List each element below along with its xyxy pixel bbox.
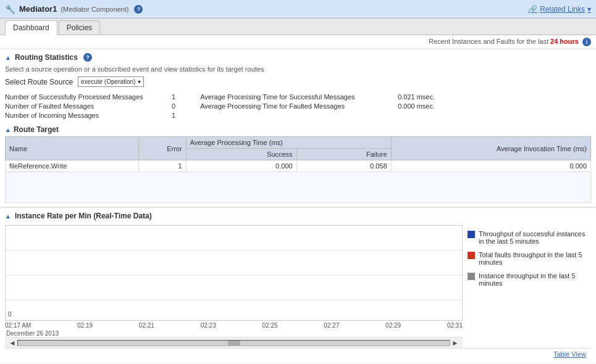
- scroll-left-arrow[interactable]: ◄: [7, 339, 17, 347]
- stats-right: Average Processing Time for Successful M…: [200, 93, 435, 119]
- stat-label-0: Number of Successfully Processed Message…: [5, 93, 159, 101]
- recent-info-icon[interactable]: i: [582, 38, 591, 46]
- title-help-icon[interactable]: ?: [134, 5, 143, 14]
- app-header: 🔧 Mediator1 (Mediator Component) ? 🔗 Rel…: [0, 0, 596, 19]
- tab-dashboard[interactable]: Dashboard: [5, 20, 57, 35]
- col-success: Success: [186, 149, 296, 160]
- legend-color-0: [468, 231, 475, 238]
- routing-description: Select a source operation or a subscribe…: [5, 65, 591, 73]
- x-label-1: 02:19: [77, 322, 93, 329]
- stat-label-1: Number of Faulted Messages: [5, 102, 159, 110]
- route-source-select[interactable]: execute (Operation) ▾: [78, 77, 144, 87]
- recent-hours: 24 hours: [550, 38, 579, 45]
- instance-rate-collapse-icon[interactable]: ▲: [5, 213, 11, 220]
- route-source-arrow: ▾: [138, 78, 141, 85]
- stat-value-2: 1: [172, 112, 175, 119]
- legend-color-1: [468, 252, 475, 259]
- recent-prefix: Recent Instances and Faults for the last: [429, 38, 548, 45]
- chart-with-axis: 0 02:17 AM 02:19 02:21 02:23 02:25 02:27…: [5, 225, 463, 348]
- stat-right-value-1: 0.000 msec.: [398, 102, 435, 110]
- stat-right-label-0: Average Processing Time for Successful M…: [200, 93, 385, 101]
- stat-right-row-0: Average Processing Time for Successful M…: [200, 93, 435, 101]
- stat-right-label-1: Average Processing Time for Faulted Mess…: [200, 102, 385, 110]
- stat-row-1: Number of Faulted Messages 0: [5, 102, 175, 110]
- scroll-right-arrow[interactable]: ►: [450, 339, 460, 347]
- x-label-2: 02:21: [139, 322, 154, 329]
- stat-value-0: 1: [172, 93, 175, 101]
- routing-collapse-icon[interactable]: ▲: [5, 54, 11, 61]
- x-label-3: 02:23: [201, 322, 216, 329]
- route-target-collapse-icon[interactable]: ▲: [5, 126, 11, 133]
- stat-right-row-1: Average Processing Time for Faulted Mess…: [200, 102, 435, 110]
- legend-item-0: Throughput of successful instances in th…: [468, 230, 591, 245]
- legend-label-0: Throughput of successful instances in th…: [479, 230, 591, 245]
- stat-row-2: Number of Incoming Messages 1: [5, 112, 175, 119]
- tab-policies[interactable]: Policies: [59, 20, 100, 35]
- stat-label-2: Number of Incoming Messages: [5, 112, 159, 119]
- table-row-empty: [6, 172, 591, 203]
- legend-item-1: Total faults throughput in the last 5 mi…: [468, 251, 591, 266]
- stats-container: Number of Successfully Processed Message…: [5, 93, 591, 119]
- chart-date-label: December 26 2013: [5, 330, 463, 337]
- routing-statistics-title: Routing Statistics: [15, 53, 78, 62]
- col-failure: Failure: [296, 149, 391, 160]
- scroll-thumb[interactable]: [228, 341, 240, 345]
- app-title: Mediator1: [19, 4, 57, 14]
- x-label-6: 02:29: [385, 322, 401, 329]
- x-label-5: 02:27: [324, 322, 339, 329]
- link-icon: 🔗: [528, 5, 537, 14]
- scrollbar-area[interactable]: ◄ ►: [5, 337, 463, 348]
- legend-item-2: Instance throughput in the last 5 minute…: [468, 272, 591, 287]
- stat-right-value-0: 0.021 msec.: [398, 93, 435, 101]
- routing-statistics-section: ▲ Routing Statistics ? Select a source o…: [0, 49, 596, 207]
- chart-svg: [6, 226, 462, 320]
- legend-label-2: Instance throughput in the last 5 minute…: [479, 272, 591, 287]
- x-label-7: 02:31: [447, 322, 463, 329]
- legend-label-1: Total faults throughput in the last 5 mi…: [479, 251, 591, 266]
- app-subtitle: (Mediator Component): [61, 6, 128, 13]
- mediator-icon: 🔧: [5, 4, 15, 14]
- legend-color-2: [468, 273, 475, 280]
- row-success: 0.000: [186, 160, 296, 172]
- routing-help-icon[interactable]: ?: [83, 53, 92, 62]
- chart-legend: Throughput of successful instances in th…: [468, 225, 591, 348]
- main-content: Recent Instances and Faults for the last…: [0, 35, 596, 363]
- row-error: 1: [139, 160, 186, 172]
- recent-instances-bar: Recent Instances and Faults for the last…: [0, 35, 596, 49]
- table-row: fileReference.Write 1 0.000 0.058 0.000: [6, 160, 591, 172]
- stats-left: Number of Successfully Processed Message…: [5, 93, 175, 119]
- col-avg-invocation: Average Invocation Time (ms): [391, 137, 590, 160]
- instance-rate-header: ▲ Instance Rate per Min (Real-Time Data): [5, 212, 591, 220]
- route-source-label: Select Route Source: [5, 78, 73, 86]
- header-left: 🔧 Mediator1 (Mediator Component) ?: [5, 4, 143, 14]
- row-failure: 0.058: [296, 160, 391, 172]
- x-label-4: 02:25: [262, 322, 277, 329]
- related-links-button[interactable]: 🔗 Related Links ▾: [528, 5, 591, 14]
- instance-rate-section: ▲ Instance Rate per Min (Real-Time Data)…: [0, 207, 596, 363]
- chart-container: 0 02:17 AM 02:19 02:21 02:23 02:25 02:27…: [5, 225, 591, 348]
- related-links-label: Related Links: [540, 5, 585, 14]
- related-links-chevron: ▾: [587, 5, 591, 14]
- y-axis-min: 0: [8, 311, 12, 318]
- stat-row-0: Number of Successfully Processed Message…: [5, 93, 175, 101]
- route-target-title: Route Target: [14, 125, 59, 134]
- tab-bar: Dashboard Policies: [0, 19, 596, 35]
- col-avg-processing-group: Average Processing Time (ms): [186, 137, 391, 149]
- routing-statistics-header: ▲ Routing Statistics ?: [5, 53, 591, 62]
- col-error: Error: [139, 137, 186, 160]
- x-label-0: 02:17 AM: [5, 322, 31, 329]
- x-axis-labels: 02:17 AM 02:19 02:21 02:23 02:25 02:27 0…: [5, 321, 463, 330]
- table-view-link[interactable]: Table View: [553, 350, 586, 358]
- table-view-bar: Table View: [5, 348, 591, 360]
- chart-area: 0: [5, 225, 463, 321]
- route-source-row: Select Route Source execute (Operation) …: [5, 77, 591, 87]
- row-avg-invocation: 0.000: [391, 160, 590, 172]
- route-target-header: ▲ Route Target: [5, 125, 591, 134]
- col-name: Name: [6, 137, 139, 160]
- scroll-track[interactable]: [17, 340, 450, 346]
- route-target-table: Name Error Average Processing Time (ms) …: [5, 136, 591, 203]
- row-name: fileReference.Write: [6, 160, 139, 172]
- stat-value-1: 0: [172, 102, 175, 110]
- svg-rect-0: [6, 226, 462, 320]
- instance-rate-title: Instance Rate per Min (Real-Time Data): [15, 212, 152, 220]
